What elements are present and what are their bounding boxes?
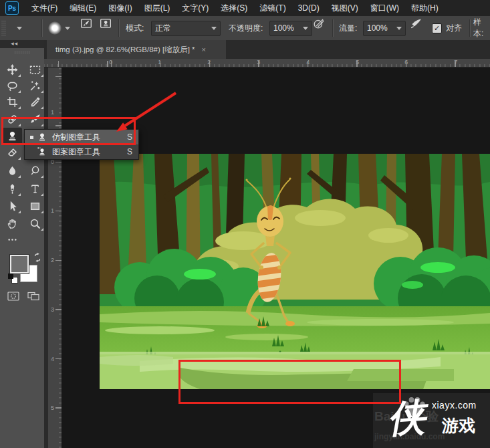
water-drop-icon	[7, 165, 18, 177]
lasso-icon	[7, 80, 18, 92]
tool-hand[interactable]	[2, 215, 22, 232]
tool-zoom[interactable]	[25, 215, 45, 232]
tool-more[interactable]	[2, 231, 22, 248]
canvas-area[interactable]: Baidu 经验 jingyan.baidu.com 侠 xiayx.com 游…	[62, 68, 490, 448]
ruler-major-ticks	[55, 68, 62, 448]
menu-file[interactable]: 文件(F)	[31, 3, 57, 14]
menu-edit[interactable]: 编辑(E)	[70, 3, 96, 14]
vertical-ruler[interactable]: 1 0 1 2 3 4 5	[44, 68, 62, 448]
document-image[interactable]	[100, 154, 490, 389]
toolbox-grip[interactable]	[15, 51, 29, 54]
tool-pen[interactable]	[2, 181, 22, 197]
ruler-label: 1	[51, 109, 54, 116]
tool-move[interactable]	[2, 62, 22, 78]
pen-pressure-icon	[313, 17, 325, 29]
mode-value: 正常	[155, 23, 171, 34]
align-option[interactable]: ✓ 对齐	[432, 16, 462, 40]
close-tab-icon[interactable]: ×	[202, 45, 206, 53]
ruler-label: 6	[404, 59, 408, 66]
mode-select[interactable]: 正常	[151, 21, 221, 36]
tool-eyedropper[interactable]	[25, 94, 45, 110]
eraser-icon	[7, 147, 18, 158]
chevron-down-icon	[211, 27, 217, 30]
menu-item-clone-stamp[interactable]: 仿制图章工具 S	[25, 130, 138, 144]
menu-3d[interactable]: 3D(D)	[298, 3, 320, 13]
tool-quick-selection[interactable]	[25, 78, 45, 94]
checkbox-checked-icon[interactable]: ✓	[432, 23, 442, 33]
mode-label: 模式:	[126, 16, 144, 40]
opacity-select[interactable]: 100%	[269, 21, 312, 36]
flow-select[interactable]: 100%	[363, 21, 406, 36]
document-tab[interactable]: timg (3).jpg @ 82.6%(RGB/8#) [缩放后] * ×	[47, 40, 226, 59]
tool-type[interactable]	[25, 181, 45, 197]
tool-brush[interactable]	[25, 111, 45, 128]
tool-spot-healing[interactable]	[2, 111, 22, 128]
sample-label: 样本:	[473, 16, 490, 40]
toolbox	[0, 48, 44, 448]
type-icon	[29, 183, 41, 195]
tool-preset-button[interactable]	[13, 16, 22, 40]
dodge-icon	[29, 165, 41, 177]
quick-mask-button[interactable]	[5, 290, 21, 302]
marquee-icon	[29, 64, 41, 76]
toggle-brush-panel-button[interactable]	[79, 16, 94, 31]
tool-marquee[interactable]	[25, 62, 45, 78]
chevron-down-icon	[303, 27, 308, 30]
ruler-label: 5	[356, 59, 359, 66]
opacity-label: 不透明度:	[229, 16, 263, 40]
menu-item-label: 图案图章工具	[52, 146, 127, 158]
menu-help[interactable]: 帮助(H)	[411, 3, 439, 14]
menu-select[interactable]: 选择(S)	[221, 3, 247, 14]
ruler-label: 4	[306, 59, 310, 66]
ruler-label: 5	[51, 405, 54, 411]
menu-bar: Ps 文件(F) 编辑(E) 图像(I) 图层(L) 文字(Y) 选择(S) 滤…	[0, 0, 490, 16]
photoshop-window: Ps 文件(F) 编辑(E) 图像(I) 图层(L) 文字(Y) 选择(S) 滤…	[0, 0, 490, 448]
ruler-label: 3	[51, 306, 54, 313]
toggle-clone-source-panel-button[interactable]	[98, 16, 113, 31]
tool-crop[interactable]	[2, 94, 22, 110]
menu-layer[interactable]: 图层(L)	[144, 3, 170, 14]
menu-type[interactable]: 文字(Y)	[182, 3, 209, 14]
ruler-label: 0	[109, 59, 112, 66]
move-icon	[7, 64, 18, 76]
options-grip[interactable]	[1, 21, 6, 35]
clone-source-panel-icon	[100, 17, 112, 29]
tool-dodge[interactable]	[25, 162, 45, 179]
foreground-color-swatch[interactable]	[10, 255, 29, 273]
brush-panel-icon	[80, 17, 92, 29]
opacity-value: 100%	[273, 23, 294, 33]
watermark-brand-small: 游戏	[442, 415, 475, 437]
brush-icon	[29, 114, 41, 125]
eyedropper-icon	[29, 96, 41, 108]
tool-eraser[interactable]	[2, 144, 22, 161]
crop-icon	[7, 96, 18, 108]
tool-path-selection[interactable]	[2, 198, 22, 215]
ellipsis-icon	[7, 234, 18, 245]
magic-wand-icon	[29, 80, 41, 92]
screen-mode-button[interactable]	[25, 290, 41, 302]
menu-filter[interactable]: 滤镜(T)	[259, 3, 285, 14]
document-tab-title: timg (3).jpg @ 82.6%(RGB/8#) [缩放后] *	[55, 45, 195, 55]
menu-item-shortcut: S	[127, 147, 132, 156]
clone-stamp-flyout-menu: 仿制图章工具 S 图案图章工具 S	[24, 129, 139, 160]
tablet-pressure-opacity-button[interactable]	[312, 16, 326, 31]
menu-item-pattern-stamp[interactable]: 图案图章工具 S	[25, 144, 138, 159]
hand-icon	[7, 218, 18, 229]
menu-window[interactable]: 窗口(W)	[370, 3, 399, 14]
airbrush-button[interactable]	[408, 16, 423, 31]
tool-clone-stamp-selected[interactable]	[2, 128, 22, 144]
chevron-down-icon	[65, 27, 70, 30]
tool-shape[interactable]	[25, 198, 45, 215]
tool-lasso[interactable]	[2, 78, 22, 94]
swap-colors-icon[interactable]	[33, 253, 42, 262]
menu-image[interactable]: 图像(I)	[108, 3, 132, 14]
default-colors-icon[interactable]	[8, 273, 17, 283]
tool-options-bar: 35 模式: 正常 不透明度: 100% 流量:	[0, 16, 490, 41]
magnifier-icon	[29, 218, 41, 229]
cursor-arrow-icon	[7, 201, 18, 212]
brush-picker[interactable]	[48, 16, 70, 40]
menu-view[interactable]: 视图(V)	[332, 3, 358, 14]
horizontal-ruler[interactable]: 0 1 2 3 4 5 6 7	[44, 59, 490, 68]
tool-blur[interactable]	[2, 162, 22, 179]
ruler-label: 1	[158, 59, 161, 66]
